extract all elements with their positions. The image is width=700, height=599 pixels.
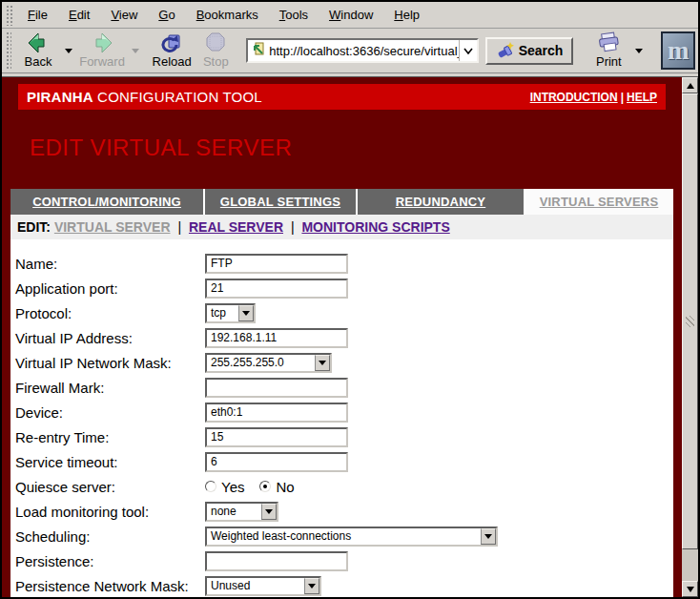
- reload-button[interactable]: Reload: [150, 31, 194, 71]
- subnav-bar: EDIT: VIRTUAL SERVER | REAL SERVER | MON…: [10, 215, 673, 239]
- field-label-service-timeout: Service timeout:: [15, 454, 205, 470]
- form-row-virtual-ip-address: Virtual IP Address:: [15, 325, 673, 350]
- menu-file[interactable]: File: [17, 8, 58, 22]
- form-row-application-port: Application port:: [15, 276, 673, 300]
- print-dropdown-icon[interactable]: [635, 49, 643, 53]
- reload-icon: [160, 31, 183, 54]
- form-row-firewall-mark: Firewall Mark:: [15, 375, 673, 400]
- dropdown-arrow-icon[interactable]: [481, 528, 496, 545]
- application-port-input[interactable]: [205, 279, 348, 299]
- form-row-service-timeout: Service timeout:: [15, 449, 673, 474]
- back-button[interactable]: Back: [16, 31, 60, 71]
- subnav-real-server[interactable]: REAL SERVER: [189, 219, 283, 235]
- tab-global-settings[interactable]: GLOBAL SETTINGS: [205, 189, 356, 215]
- forward-history-dropdown-icon[interactable]: [132, 49, 139, 53]
- menu-view[interactable]: View: [100, 8, 148, 22]
- menu-go[interactable]: Go: [148, 8, 185, 22]
- name-input[interactable]: [205, 254, 348, 274]
- field-label-name: Name:: [15, 256, 205, 272]
- scheduling-dropdown[interactable]: Weighted least-connections: [205, 527, 498, 547]
- service-timeout-input[interactable]: [205, 452, 348, 472]
- url-bar: [246, 38, 478, 63]
- introduction-link[interactable]: INTRODUCTION: [530, 91, 618, 104]
- banner-links: INTRODUCTION|HELP: [530, 91, 657, 104]
- menu-tools[interactable]: Tools: [269, 8, 319, 22]
- form-row-name: Name:: [15, 251, 673, 276]
- load-monitoring-tool-dropdown[interactable]: none: [205, 502, 278, 522]
- dropdown-selected-value: Unused: [207, 578, 304, 594]
- subnav-separator: |: [171, 219, 189, 235]
- app-title-bold: PIRANHA: [27, 89, 93, 105]
- tab-label: VIRTUAL SERVERS: [540, 195, 659, 209]
- field-label-persistence: Persistence:: [15, 553, 205, 569]
- toolbar-grip-handle[interactable]: [5, 31, 11, 71]
- stop-button[interactable]: Stop: [194, 31, 237, 71]
- tab-label: REDUNDANCY: [396, 195, 485, 209]
- persistence-network-mask-dropdown[interactable]: Unused: [205, 576, 321, 596]
- dropdown-arrow-icon[interactable]: [261, 504, 277, 520]
- menu-help[interactable]: Help: [383, 8, 430, 22]
- down-arrow-icon: [687, 587, 694, 592]
- form-row-re-entry-time: Re-entry Time:: [15, 424, 673, 449]
- url-dropdown-button[interactable]: [459, 40, 477, 61]
- dropdown-arrow-icon[interactable]: [304, 578, 319, 594]
- mozilla-logo-button[interactable]: m: [661, 31, 695, 70]
- toolbar-grip-handle[interactable]: [5, 4, 12, 26]
- form-row-device: Device:: [15, 400, 673, 424]
- scrollbar-thumb[interactable]: [682, 93, 698, 549]
- field-label-persistence-network-mask: Persistence Network Mask:: [15, 578, 205, 594]
- quiesce-server-radio-yes[interactable]: Yes: [205, 479, 244, 495]
- browser-window: { "browser": { "menu": ["File", "Edit", …: [0, 0, 700, 599]
- forward-button[interactable]: Forward: [77, 31, 127, 71]
- url-input[interactable]: [269, 40, 458, 61]
- help-link[interactable]: HELP: [627, 91, 657, 104]
- radio-button[interactable]: [205, 481, 216, 492]
- field-label-virtual-ip-network-mask: Virtual IP Network Mask:: [15, 355, 205, 371]
- title-banner: PIRANHA CONFIGURATION TOOL INTRODUCTION|…: [18, 84, 666, 110]
- form-fields: Name:Application port:Protocol:tcpVirtua…: [15, 251, 673, 597]
- form-row-virtual-ip-network-mask: Virtual IP Network Mask:255.255.255.0: [15, 350, 673, 375]
- scroll-down-button[interactable]: [682, 581, 698, 597]
- subnav-monitoring-scripts[interactable]: MONITORING SCRIPTS: [301, 219, 449, 235]
- piranha-page: PIRANHA CONFIGURATION TOOL INTRODUCTION|…: [2, 77, 682, 597]
- mozilla-m-logo-icon: m: [668, 38, 690, 64]
- dropdown-arrow-icon[interactable]: [315, 355, 330, 371]
- virtual-ip-address-input[interactable]: [205, 328, 348, 348]
- forward-icon: [90, 31, 114, 54]
- app-title: PIRANHA CONFIGURATION TOOL: [27, 89, 262, 105]
- firewall-mark-input[interactable]: [205, 378, 348, 398]
- search-button[interactable]: Search: [485, 37, 574, 65]
- protocol-dropdown[interactable]: tcp: [205, 303, 256, 323]
- radio-button[interactable]: [259, 481, 271, 492]
- re-entry-time-input[interactable]: [205, 427, 348, 447]
- dropdown-selected-value: tcp: [207, 305, 238, 321]
- menu-edit[interactable]: Edit: [58, 8, 100, 22]
- tab-redundancy[interactable]: REDUNDANCY: [358, 189, 524, 215]
- app-title-rest: CONFIGURATION TOOL: [93, 89, 262, 105]
- bookmark-page-icon[interactable]: [252, 42, 265, 59]
- menu-window[interactable]: Window: [319, 8, 383, 22]
- field-label-protocol: Protocol:: [15, 305, 205, 321]
- search-label: Search: [519, 43, 564, 58]
- scroll-up-button[interactable]: [682, 77, 698, 93]
- dropdown-arrow-icon[interactable]: [238, 305, 254, 321]
- field-label-re-entry-time: Re-entry Time:: [15, 429, 205, 445]
- form-row-persistence-network-mask: Persistence Network Mask:Unused: [15, 573, 673, 597]
- persistence-input[interactable]: [205, 551, 348, 571]
- back-history-dropdown-icon[interactable]: [65, 49, 72, 53]
- menu-bookmarks[interactable]: Bookmarks: [186, 8, 269, 22]
- print-button[interactable]: Print: [587, 31, 630, 71]
- link-separator: |: [618, 91, 627, 104]
- tab-control-monitoring[interactable]: CONTROL/MONITORING: [10, 189, 203, 215]
- field-label-load-monitoring-tool: Load monitoring tool:: [15, 504, 205, 520]
- dropdown-selected-value: 255.255.255.0: [207, 355, 315, 371]
- print-label: Print: [596, 54, 622, 69]
- navigation-toolbar: Back Forward Reload Stop: [2, 29, 698, 73]
- device-input[interactable]: [205, 403, 348, 423]
- back-icon: [26, 31, 51, 54]
- tab-virtual-servers[interactable]: VIRTUAL SERVERS: [525, 189, 672, 215]
- virtual-ip-network-mask-dropdown[interactable]: 255.255.255.0: [205, 353, 332, 373]
- vertical-scrollbar[interactable]: [682, 77, 698, 597]
- menu-bar: FileEditViewGoBookmarksToolsWindowHelp: [2, 2, 698, 29]
- quiesce-server-radio-no[interactable]: No: [259, 479, 294, 495]
